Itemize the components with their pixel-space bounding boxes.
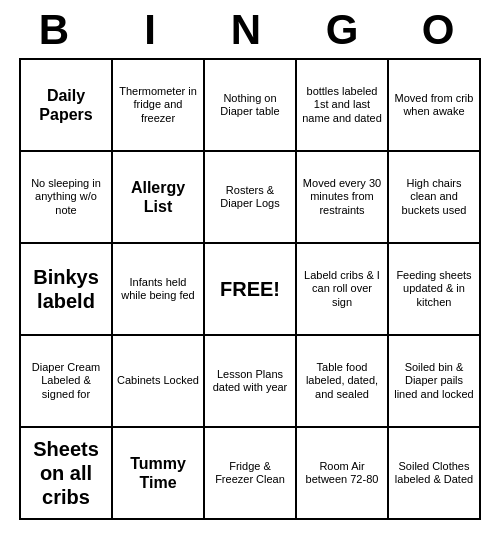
bingo-cell-22: Fridge & Freezer Clean	[205, 428, 297, 520]
bingo-cell-23: Room Air between 72-80	[297, 428, 389, 520]
bingo-cell-1: Thermometer in fridge and freezer	[113, 60, 205, 152]
bingo-cell-13: Labeld cribs & I can roll over sign	[297, 244, 389, 336]
bingo-cell-4: Moved from crib when awake	[389, 60, 481, 152]
bingo-cell-6: Allergy List	[113, 152, 205, 244]
title-b: B	[14, 6, 102, 54]
bingo-cell-24: Soiled Clothes labeled & Dated	[389, 428, 481, 520]
title-i: I	[110, 6, 198, 54]
bingo-cell-0: Daily Papers	[21, 60, 113, 152]
bingo-cell-8: Moved every 30 minutes from restraints	[297, 152, 389, 244]
bingo-cell-10: Binkys labeld	[21, 244, 113, 336]
title-o: O	[398, 6, 486, 54]
bingo-cell-15: Diaper Cream Labeled & signed for	[21, 336, 113, 428]
bingo-cell-19: Soiled bin & Diaper pails lined and lock…	[389, 336, 481, 428]
title-n: N	[206, 6, 294, 54]
bingo-grid: Daily PapersThermometer in fridge and fr…	[19, 58, 481, 520]
bingo-cell-12: FREE!	[205, 244, 297, 336]
bingo-cell-3: bottles labeled 1st and last name and da…	[297, 60, 389, 152]
bingo-cell-18: Table food labeled, dated, and sealed	[297, 336, 389, 428]
bingo-cell-14: Feeding sheets updated & in kitchen	[389, 244, 481, 336]
bingo-cell-11: Infants held while being fed	[113, 244, 205, 336]
title-g: G	[302, 6, 390, 54]
bingo-cell-17: Lesson Plans dated with year	[205, 336, 297, 428]
bingo-cell-16: Cabinets Locked	[113, 336, 205, 428]
bingo-cell-20: Sheets on all cribs	[21, 428, 113, 520]
bingo-cell-9: High chairs clean and buckets used	[389, 152, 481, 244]
bingo-cell-2: Nothing on Diaper table	[205, 60, 297, 152]
bingo-title: B I N G O	[10, 0, 490, 58]
bingo-cell-5: No sleeping in anything w/o note	[21, 152, 113, 244]
bingo-cell-7: Rosters & Diaper Logs	[205, 152, 297, 244]
bingo-cell-21: Tummy Time	[113, 428, 205, 520]
